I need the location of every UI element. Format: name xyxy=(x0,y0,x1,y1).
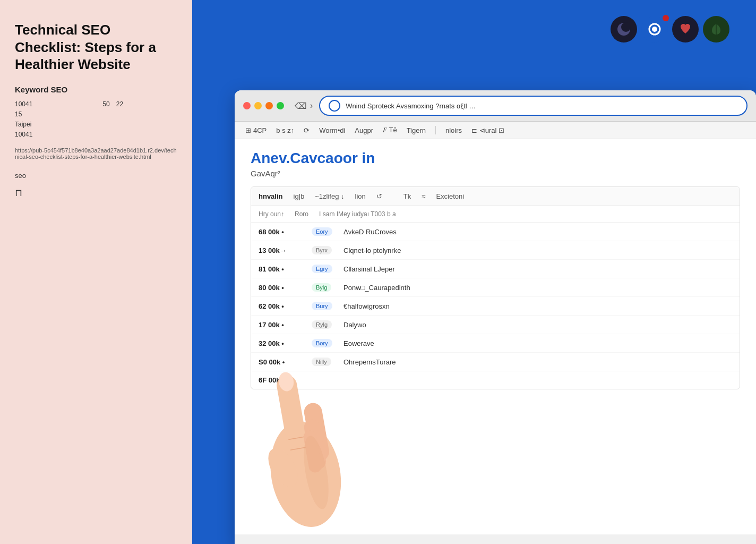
table-row[interactable]: 62 00k • Bury €halfowigrosxn xyxy=(251,297,740,316)
table-row[interactable]: 32 00k • Bory Eowerave xyxy=(251,334,740,353)
row-name-1: Clqnet-lo ptolynrke xyxy=(343,246,732,254)
th-excietoni[interactable]: Excietoni xyxy=(436,192,464,200)
page-title: Anev.Cavcaoor in xyxy=(251,150,740,167)
row-vol-8: 6F 00k • xyxy=(259,376,301,384)
svg-point-1 xyxy=(621,22,631,32)
table-row[interactable]: 13 00k→ Byrx Clqnet-lo ptolynrke xyxy=(251,241,740,260)
browser-chrome: ⌫ › Wnind Sproteck Avsamoxing ?rnats αξt… xyxy=(235,90,756,122)
deco-icon-3 xyxy=(672,16,699,42)
sidebar-meta-city: Taipei xyxy=(15,121,31,128)
row-vol-3: 80 00k • xyxy=(259,284,301,292)
toolbar-item-ural[interactable]: ⊏ ⊲ural ⊡ xyxy=(471,126,504,134)
row-badge-0: Eory xyxy=(312,227,333,236)
toolbar-item-tigern[interactable]: Tigern xyxy=(407,126,426,134)
row-name-6: Eowerave xyxy=(343,339,732,347)
deco-icons xyxy=(611,16,729,42)
sidebar-tag: seo xyxy=(15,172,177,180)
deco-icon-4 xyxy=(703,16,729,42)
svg-point-3 xyxy=(652,27,657,32)
row-vol-7: S0 00k • xyxy=(259,358,301,366)
circle-icon xyxy=(647,22,662,37)
sidebar-meta-line1: 10041 50 22 xyxy=(15,100,136,108)
page-subtitle: GavAqr² xyxy=(251,169,740,178)
sidebar-tag-icon: ⊓ xyxy=(15,187,177,199)
toolbar-item-augpr[interactable]: Augpr xyxy=(355,126,373,134)
page-title-plain: Anev. xyxy=(251,150,290,166)
right-panel: ⌫ › Wnind Sproteck Avsamoxing ?rnats αξt… xyxy=(192,0,756,544)
row-badge-6: Bory xyxy=(312,339,333,347)
th-zlifeg[interactable]: ~1zlifeg ↓ xyxy=(315,192,344,200)
table-row[interactable]: S0 00k • Nilly OhrepemsTurare xyxy=(251,353,740,371)
row-badge-7: Nilly xyxy=(312,358,333,366)
sidebar-meta-zip: 10041 xyxy=(15,131,32,138)
row-badge-5: Rylg xyxy=(312,320,333,329)
row-vol-4: 62 00k • xyxy=(259,302,301,310)
table-container: hnvalin ig|b ~1zlifeg ↓ lion ↺ Tk ≈ Exci… xyxy=(251,186,740,389)
th-igtb[interactable]: ig|b xyxy=(294,192,305,200)
toolbar-icon-0: ⊞ xyxy=(245,126,251,134)
table-row[interactable]: 17 00k • Rylg Dalywo xyxy=(251,316,740,334)
subheader-hry: Hry oun↑ xyxy=(259,210,284,218)
th-approx[interactable]: ≈ xyxy=(422,192,425,200)
deco-icon-2 xyxy=(641,16,668,42)
row-badge-1: Byrx xyxy=(312,246,333,254)
row-vol-2: 81 00k • xyxy=(259,265,301,273)
table-header: hnvalin ig|b ~1zlifeg ↓ lion ↺ Tk ≈ Exci… xyxy=(251,187,740,206)
nav-back-button[interactable]: ⌫ xyxy=(295,101,307,111)
tl-orange[interactable] xyxy=(265,102,273,109)
row-name-2: Cllarsinal LJeper xyxy=(343,265,732,273)
row-vol-0: 68 00k • xyxy=(259,228,301,236)
tl-yellow[interactable] xyxy=(254,102,262,109)
red-dot xyxy=(663,15,669,21)
row-badge-3: Bylg xyxy=(312,283,333,292)
tl-red[interactable] xyxy=(243,102,251,109)
tl-green[interactable] xyxy=(277,102,284,109)
browser-content: Anev.Cavcaoor in GavAqr² hnvalin ig|b ~1… xyxy=(235,139,756,534)
sidebar-title: Technical SEO Checklist: Steps for a Hea… xyxy=(15,21,177,73)
divider xyxy=(435,126,436,134)
toolbar-item-nloirs[interactable]: nloirs xyxy=(445,126,462,134)
toolbar-item-0[interactable]: ⊞ 4CP xyxy=(245,126,267,134)
th-lion[interactable]: lion xyxy=(355,192,366,200)
nav-forward-button[interactable]: › xyxy=(310,101,313,110)
row-name-7: OhrepemsTurare xyxy=(343,358,732,366)
table-row[interactable]: 81 00k • Egry Cllarsinal LJeper xyxy=(251,260,740,278)
sidebar: Technical SEO Checklist: Steps for a Hea… xyxy=(0,0,192,544)
address-text: Wnind Sproteck Avsamoxing ?rnats αξtl … xyxy=(346,102,738,110)
sidebar-meta: 10041 50 22 15 Taipei 10041 xyxy=(15,99,177,140)
browser-toolbar: ⊞ 4CP b s z↑ ⟳ Worm•di Augpr 𝐹 Tē Tigern… xyxy=(235,122,756,139)
subheader-roro: Roro xyxy=(295,210,308,218)
browser-nav: ⌫ › xyxy=(295,101,313,111)
row-vol-6: 32 00k • xyxy=(259,339,301,347)
toolbar-item-fte[interactable]: 𝐹 Tē xyxy=(383,126,397,134)
crescent-icon xyxy=(616,22,631,37)
row-name-3: Ponw□_Caurapedinth xyxy=(343,284,732,292)
toolbar-item-worm[interactable]: Worm•di xyxy=(319,126,345,134)
address-bar[interactable]: Wnind Sproteck Avsamoxing ?rnats αξtl … xyxy=(319,96,748,116)
leaf-icon xyxy=(709,22,724,37)
th-tk[interactable]: Tk xyxy=(403,192,411,200)
row-badge-2: Egry xyxy=(312,265,333,273)
sidebar-url: https://pub-5c454f571b8e40a3a2aad27ade84… xyxy=(15,147,177,160)
table-subheader: Hry oun↑ Roro I sam IMey iudyaı T003 b a xyxy=(251,206,740,223)
browser-window: ⌫ › Wnind Sproteck Avsamoxing ?rnats αξt… xyxy=(235,90,756,544)
toolbar-label-0: 4CP xyxy=(253,126,267,134)
sidebar-meta-line2: 15 xyxy=(15,110,22,118)
toolbar-item-refresh[interactable]: ⟳ xyxy=(304,126,310,134)
th-arrows[interactable]: ↺ xyxy=(376,192,382,200)
page-title-rest: in xyxy=(358,150,375,166)
toolbar-item-1[interactable]: b s z↑ xyxy=(276,126,294,134)
sidebar-keyword: Keyword SEO xyxy=(15,85,177,94)
row-name-5: Dalywo xyxy=(343,321,732,329)
table-row[interactable]: 6F 00k • xyxy=(251,371,740,389)
table-row[interactable]: 80 00k • Bylg Ponw□_Caurapedinth xyxy=(251,278,740,297)
page-title-area: Anev.Cavcaoor in GavAqr² xyxy=(251,150,740,178)
row-name-4: €halfowigrosxn xyxy=(343,302,732,310)
th-hnvalin[interactable]: hnvalin xyxy=(259,192,283,200)
traffic-lights xyxy=(243,102,284,109)
page-title-blue: Cavcaoor xyxy=(290,150,358,166)
table-row[interactable]: 68 00k • Eory ΔvkeD RuCroves xyxy=(251,223,740,241)
row-badge-4: Bury xyxy=(312,302,333,310)
row-vol-5: 17 00k • xyxy=(259,321,301,329)
heart-icon xyxy=(678,22,693,37)
